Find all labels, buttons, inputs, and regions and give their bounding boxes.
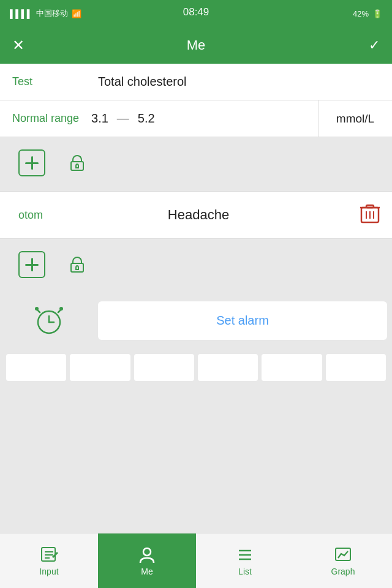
partial-tiles-row [0, 348, 392, 387]
range-min: 3.1 [91, 111, 108, 126]
person-icon [138, 546, 156, 564]
lock-body [70, 161, 84, 171]
header-title: Me [187, 37, 206, 53]
alarm-clock-icon [34, 305, 64, 336]
svg-point-11 [35, 307, 39, 311]
lock-shackle-2 [72, 257, 82, 263]
test-row: Test Total cholesterol [0, 64, 392, 100]
lock-keyhole [75, 164, 79, 168]
nav-label-input: Input [39, 567, 58, 576]
alarm-icon-area [0, 293, 98, 348]
symptom-value: Headache [49, 207, 348, 223]
add-button-2[interactable] [18, 251, 45, 278]
range-label: Normal range [12, 112, 79, 125]
normal-range-row: Normal range 3.1 — 5.2 mmol/L [0, 100, 392, 137]
lock-shackle [72, 155, 82, 161]
symptom-row: otom Headache [0, 191, 392, 239]
range-left: Normal range 3.1 — 5.2 [0, 100, 318, 137]
partial-tile-4 [198, 354, 258, 381]
partial-tile-3 [134, 354, 194, 381]
lock-keyhole-2 [75, 265, 79, 270]
lock-button-2[interactable] [64, 251, 91, 278]
nav-item-input[interactable]: Input [0, 533, 98, 588]
partial-tile-2 [70, 354, 130, 381]
partial-tile-6 [326, 354, 386, 381]
edit-icon [40, 546, 58, 564]
list-icon [236, 546, 254, 564]
battery-percent: 42% [353, 9, 369, 18]
status-time: 08:49 [183, 6, 209, 18]
status-bar: ▌▌▌▌ 中国移动 📶 08:49 42% 🔋 [0, 0, 392, 27]
main-content: Test Total cholesterol Normal range 3.1 … [0, 64, 392, 387]
status-right: 42% 🔋 [353, 9, 382, 18]
confirm-button[interactable]: ✓ [369, 37, 380, 53]
svg-point-12 [59, 307, 63, 311]
set-alarm-button[interactable]: Set alarm [98, 301, 387, 340]
symptom-label-partial: otom [0, 209, 49, 222]
partial-tile-1 [6, 354, 66, 381]
delete-button[interactable] [348, 203, 392, 227]
lock-icon-1 [70, 155, 84, 171]
icons-row-1 [0, 137, 392, 189]
status-left: ▌▌▌▌ 中国移动 📶 [10, 8, 81, 19]
lock-body-2 [70, 263, 84, 273]
app-header: ✕ Me ✓ [0, 27, 392, 64]
partial-tile-5 [262, 354, 322, 381]
add-button-1[interactable] [18, 149, 45, 176]
trash-icon [360, 203, 380, 225]
signal-icon: ▌▌▌▌ [10, 9, 32, 18]
lock-icon-2 [70, 257, 84, 273]
carrier-name: 中国移动 [36, 8, 68, 19]
nav-label-list: List [238, 567, 252, 576]
nav-label-me: Me [141, 567, 153, 576]
nav-item-list[interactable]: List [196, 533, 294, 588]
range-dash: — [117, 111, 129, 126]
nav-item-me[interactable]: Me [98, 533, 196, 588]
nav-label-graph: Graph [331, 567, 355, 576]
range-unit: mmol/L [318, 100, 392, 137]
svg-point-18 [143, 548, 151, 556]
close-button[interactable]: ✕ [12, 37, 24, 54]
chart-icon [334, 546, 352, 564]
test-value: Total cholesterol [98, 75, 187, 89]
bottom-nav: Input Me List Graph [0, 533, 392, 588]
wifi-icon: 📶 [72, 9, 81, 18]
test-label: Test [12, 75, 98, 88]
battery-icon: 🔋 [372, 9, 382, 18]
alarm-row: Set alarm [0, 293, 392, 348]
nav-item-graph[interactable]: Graph [294, 533, 392, 588]
set-alarm-label: Set alarm [216, 314, 269, 328]
plus-v-icon-2 [31, 258, 33, 271]
lock-button-1[interactable] [64, 149, 91, 176]
range-values: 3.1 — 5.2 [91, 111, 155, 126]
icons-row-2 [0, 239, 392, 290]
plus-v-icon [31, 156, 33, 170]
range-max: 5.2 [138, 111, 155, 126]
